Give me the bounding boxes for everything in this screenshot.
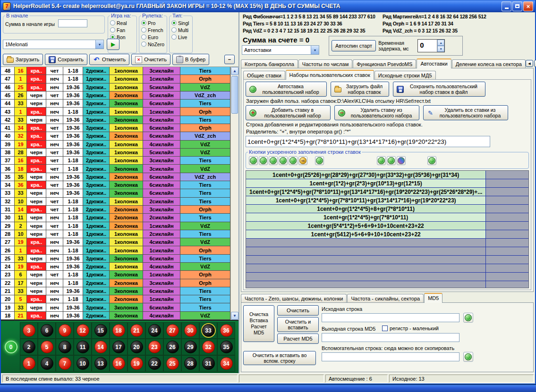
md5-clear-paste-button[interactable]: Очистить и вставить — [277, 317, 319, 332]
md5-calc-button[interactable]: Расчет MD5 — [277, 334, 319, 344]
board-number-13[interactable]: 13 — [92, 355, 110, 372]
bet-list-item[interactable]: 1cent+0+gr(1*2*4*5)+8+gr(7*8*10*11) — [246, 205, 528, 213]
md5-copy-source-button[interactable] — [463, 313, 473, 323]
remove-all-bets-button[interactable]: ✎ Удалить все ставки из пользовательског… — [423, 105, 508, 120]
scrollbar-thumb[interactable] — [231, 76, 238, 114]
bet-list-empty-row[interactable] — [246, 281, 528, 288]
chip-button-3-1[interactable] — [377, 156, 386, 165]
bet-list-empty-row[interactable] — [246, 247, 528, 256]
board-number-23[interactable]: 23 — [145, 339, 163, 355]
board-number-7[interactable]: 7 — [56, 355, 74, 372]
chip-button-1-5[interactable] — [289, 156, 298, 165]
spins-row-24[interactable]: 2419кра..неч19-362дюжи..1колонка4сиклайн… — [1, 263, 230, 271]
board-number-8[interactable]: 8 — [56, 339, 74, 355]
board-number-25[interactable]: 25 — [163, 355, 181, 372]
spins-row-18[interactable]: 1821кра..неч19-362дюжи..3колонка4сиклайн… — [1, 312, 230, 320]
board-number-5[interactable]: 5 — [38, 339, 56, 355]
board-number-33[interactable]: 33 — [199, 322, 217, 339]
bet-list-empty-row[interactable] — [246, 273, 528, 281]
bet-list-item[interactable]: 1cent+gr(1*2)+gr(2*3)+gr(10*13)+gr(12*15… — [246, 179, 528, 188]
md5-source-input[interactable] — [322, 313, 459, 322]
autobets-select[interactable]: Автоставки ▼ — [242, 45, 319, 55]
tab-autobets[interactable]: Автоставки — [417, 58, 451, 68]
bet-list-empty-row[interactable] — [246, 256, 528, 264]
save-bet-file-button[interactable]: Сохранить пользовательский набор ставок … — [393, 82, 485, 97]
board-number-27[interactable]: 27 — [163, 322, 181, 339]
radio-euro[interactable]: Euro — [141, 33, 165, 41]
board-number-20[interactable]: 20 — [128, 339, 145, 355]
chip-button-4-1[interactable] — [427, 156, 436, 165]
board-number-21[interactable]: 21 — [128, 322, 145, 339]
bet-list-empty-row[interactable] — [246, 239, 528, 247]
load-button[interactable]: Загрузить — [3, 54, 43, 65]
load-bet-file-button[interactable]: Загрузить файл набора ставок — [331, 82, 389, 97]
spinner-up-button[interactable]: ▲ — [437, 40, 444, 46]
tabs-scroll-left-button[interactable]: ◀ — [526, 60, 533, 67]
spins-row-45[interactable]: 4526чернчет19-363дюжи..2колонка5сиклайнV… — [1, 92, 230, 100]
copy-to-buffer-button[interactable]: В буфер — [172, 54, 209, 65]
md5-copy-aux-button[interactable] — [463, 352, 473, 362]
bet-string-input[interactable] — [246, 136, 490, 147]
tab-freq-zero-chances-dozens-columns[interactable]: Частота - Zero, шансы, дюжины, колонки — [241, 294, 347, 302]
spins-row-32[interactable]: 3210чернчет1-181дюжи..1колонка2сиклайнTi… — [1, 198, 230, 206]
chip-button-1-1[interactable] — [249, 156, 258, 165]
spins-row-35[interactable]: 3535черннеч19-363дюжи..2колонка6сиклайнV… — [1, 173, 230, 181]
spins-row-27[interactable]: 2719кра..неч19-362дюжи..1колонка4сиклайн… — [1, 238, 230, 246]
autobet-user-set-button[interactable]: Автоставка пользовательский набор — [246, 82, 327, 97]
tab-bankroll-control[interactable]: Контроль банкролла — [241, 59, 298, 68]
spins-row-23[interactable]: 236чернчет1-181дюжи..3колонка1сиклайнOrp… — [1, 271, 230, 279]
bet-list-empty-row[interactable] — [246, 264, 528, 273]
table-scrollbar[interactable]: ▲ ▼ — [230, 67, 238, 320]
spins-row-43[interactable]: 431кра..неч1-181дюжи..1колонка1сиклайнOr… — [1, 108, 230, 116]
spins-row-47[interactable]: 471кра..неч1-181дюжи..1колонка1сиклайнOr… — [1, 75, 230, 83]
bet-list-item[interactable]: 1cent+0+gr(25*26)+gr(28*29)+gr(27*30)+gr… — [246, 171, 528, 179]
spins-row-41[interactable]: 4134кра..чет19-363дюжи..1колонка6сиклайн… — [1, 124, 230, 132]
spins-row-42[interactable]: 4233черннеч19-363дюжи..3колонка6сиклайнT… — [1, 116, 230, 124]
md5-output-input[interactable] — [322, 333, 459, 342]
board-number-2[interactable]: 2 — [20, 339, 38, 355]
bet-list-item[interactable]: 1cent+gr(1*2*4*5)+gr(7*8*10*11) — [246, 213, 528, 222]
chip-button-3-3[interactable] — [397, 156, 406, 165]
tab-user-bet-sets[interactable]: Наборы пользовательских ставок — [286, 70, 374, 80]
bet-list-item[interactable]: 1cent+0+gr(1*2*4*5)+gr(7*8*10*11)+gr(13*… — [246, 188, 528, 196]
board-number-14[interactable]: 14 — [92, 339, 110, 355]
board-number-15[interactable]: 15 — [92, 322, 110, 339]
board-number-36[interactable]: 36 — [217, 322, 235, 339]
board-number-34[interactable]: 34 — [217, 355, 235, 372]
add-bet-button[interactable]: Добавить ставку в пользовательский набор — [246, 105, 331, 120]
clear-button[interactable]: ×Очистить — [131, 54, 170, 65]
radio-fan[interactable]: Fan — [110, 26, 135, 33]
chip-button-1-4[interactable] — [279, 156, 288, 165]
board-number-9[interactable]: 9 — [56, 322, 74, 339]
chip-button-3-2[interactable] — [387, 156, 396, 165]
chevron-down-icon[interactable]: ▼ — [95, 40, 103, 49]
radio-pro[interactable]: Pro — [141, 19, 165, 26]
close-button[interactable]: × — [523, 1, 533, 11]
spins-row-40[interactable]: 4032кра..чет19-363дюжи..2колонка6сиклайн… — [1, 132, 230, 140]
board-number-32[interactable]: 32 — [199, 339, 217, 355]
md5-clear-paste-aux-button[interactable]: Очистить и вставить во вспом. строку — [243, 351, 316, 365]
chip-button-1-6[interactable]: 5$ — [298, 156, 307, 165]
spins-row-44[interactable]: 4433черннеч19-363дюжи..3колонка6сиклайнT… — [1, 100, 230, 108]
board-number-10[interactable]: 10 — [74, 355, 92, 372]
radio-multi[interactable]: Multi — [171, 26, 190, 33]
scroll-up-icon[interactable]: ▲ — [231, 67, 238, 75]
board-number-6[interactable]: 6 — [38, 322, 56, 339]
board-number-4[interactable]: 4 — [38, 355, 56, 372]
md5-aux-input[interactable] — [322, 352, 459, 361]
tabs-scroll-right-button[interactable]: ▶ — [534, 60, 536, 67]
board-number-31[interactable]: 31 — [199, 355, 217, 372]
tab-psevdoms-functional[interactable]: Функционал PsevdoMS — [353, 59, 416, 68]
profile-select[interactable]: 1Melonati ▼ — [3, 40, 104, 49]
board-number-22[interactable]: 22 — [145, 355, 163, 372]
board-number-26[interactable]: 26 — [163, 339, 181, 355]
radio-nozero[interactable]: NoZero — [141, 41, 165, 48]
spins-row-37[interactable]: 3716кра..чет1-182дюжи..1колонка3сиклайнT… — [1, 157, 230, 165]
spins-row-36[interactable]: 3618кра..чет1-182дюжи..3колонка3сиклайнV… — [1, 165, 230, 173]
md5-clear-button[interactable]: Очистить — [277, 305, 319, 316]
spins-row-21[interactable]: 2133черннеч19-363дюжи..3колонка6сиклайнT… — [1, 287, 230, 295]
spins-row-38[interactable]: 3828чернчет19-363дюжи..1колонка5сиклайнV… — [1, 149, 230, 157]
spinner-down-button[interactable]: ▼ — [437, 46, 444, 52]
board-number-12[interactable]: 12 — [74, 322, 92, 339]
spins-row-22[interactable]: 2217черннеч1-182дюжи..2колонка3сиклайнOr… — [1, 279, 230, 287]
